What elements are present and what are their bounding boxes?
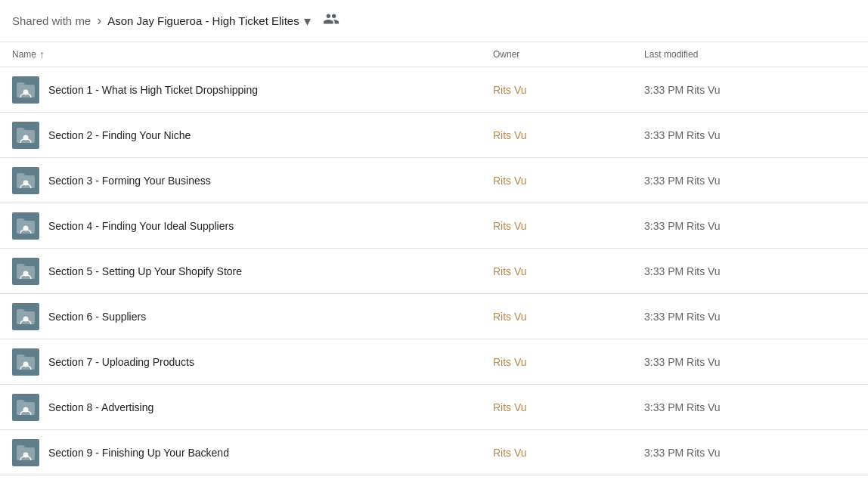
modified-by: Rits Vu: [687, 311, 721, 323]
breadcrumb-current-folder[interactable]: Ason Jay Figueroa - High Ticket Elites ▾: [107, 13, 310, 29]
breadcrumb-separator: ›: [97, 13, 101, 29]
breadcrumb-bar: Shared with me › Ason Jay Figueroa - Hig…: [0, 0, 868, 42]
file-name: Section 7 - Uploading Products: [48, 356, 194, 368]
file-modified: 3:33 PM Rits Vu: [644, 311, 856, 323]
modified-by: Rits Vu: [687, 129, 721, 141]
file-name: Section 6 - Suppliers: [48, 311, 146, 323]
file-name-cell: Section 4 - Finding Your Ideal Suppliers: [12, 212, 493, 240]
file-modified: 3:33 PM Rits Vu: [644, 447, 856, 459]
column-modified-header: Last modified: [644, 49, 856, 60]
file-owner: Rits Vu: [493, 311, 644, 323]
breadcrumb-shared-with-me[interactable]: Shared with me: [12, 14, 91, 27]
file-name-cell: Section 8 - Advertising: [12, 394, 493, 421]
file-name-cell: Section 9 - Finishing Up Your Backend: [12, 439, 493, 466]
table-row[interactable]: Section 9 - Finishing Up Your Backend Ri…: [0, 430, 868, 475]
file-modified: 3:33 PM Rits Vu: [644, 356, 856, 368]
file-list: Section 1 - What is High Ticket Dropship…: [0, 67, 868, 475]
shared-folder-icon: [12, 258, 39, 285]
file-owner: Rits Vu: [493, 175, 644, 187]
modified-by: Rits Vu: [687, 175, 721, 187]
file-name-cell: Section 7 - Uploading Products: [12, 348, 493, 376]
table-row[interactable]: Section 3 - Forming Your Business Rits V…: [0, 158, 868, 203]
shared-folder-icon: [12, 303, 39, 330]
file-name: Section 1 - What is High Ticket Dropship…: [48, 84, 258, 96]
file-modified: 3:33 PM Rits Vu: [644, 129, 856, 141]
file-modified: 3:33 PM Rits Vu: [644, 175, 856, 187]
column-owner-header: Owner: [493, 49, 644, 60]
file-name-cell: Section 5 - Setting Up Your Shopify Stor…: [12, 258, 493, 285]
table-row[interactable]: Section 5 - Setting Up Your Shopify Stor…: [0, 249, 868, 294]
breadcrumb-folder-name: Ason Jay Figueroa - High Ticket Elites: [107, 14, 299, 27]
people-icon[interactable]: [323, 11, 339, 31]
sort-arrow-icon: ↑: [39, 48, 45, 60]
column-name-header[interactable]: Name ↑: [12, 48, 493, 60]
table-row[interactable]: Section 1 - What is High Ticket Dropship…: [0, 67, 868, 113]
modified-by: Rits Vu: [687, 220, 721, 232]
file-owner: Rits Vu: [493, 356, 644, 368]
file-name-cell: Section 3 - Forming Your Business: [12, 167, 493, 194]
file-owner: Rits Vu: [493, 220, 644, 232]
file-owner: Rits Vu: [493, 265, 644, 277]
chevron-down-icon: ▾: [304, 13, 311, 29]
table-row[interactable]: Section 8 - Advertising Rits Vu 3:33 PM …: [0, 385, 868, 430]
file-name: Section 3 - Forming Your Business: [48, 175, 211, 187]
modified-by: Rits Vu: [687, 84, 721, 96]
file-name-cell: Section 6 - Suppliers: [12, 303, 493, 330]
file-modified: 3:33 PM Rits Vu: [644, 401, 856, 413]
file-name: Section 2 - Finding Your Niche: [48, 129, 191, 141]
file-name: Section 5 - Setting Up Your Shopify Stor…: [48, 265, 242, 277]
file-owner: Rits Vu: [493, 401, 644, 413]
file-modified: 3:33 PM Rits Vu: [644, 220, 856, 232]
modified-by: Rits Vu: [687, 265, 721, 277]
shared-folder-icon: [12, 167, 39, 194]
file-name: Section 9 - Finishing Up Your Backend: [48, 447, 229, 459]
shared-folder-icon: [12, 122, 39, 149]
file-owner: Rits Vu: [493, 84, 644, 96]
modified-by: Rits Vu: [687, 356, 721, 368]
table-row[interactable]: Section 7 - Uploading Products Rits Vu 3…: [0, 339, 868, 385]
file-name-cell: Section 1 - What is High Ticket Dropship…: [12, 76, 493, 104]
shared-folder-icon: [12, 394, 39, 421]
table-header: Name ↑ Owner Last modified: [0, 42, 868, 67]
modified-by: Rits Vu: [687, 401, 721, 413]
table-row[interactable]: Section 2 - Finding Your Niche Rits Vu 3…: [0, 113, 868, 158]
file-name: Section 4 - Finding Your Ideal Suppliers: [48, 220, 234, 232]
modified-by: Rits Vu: [687, 447, 721, 459]
shared-folder-icon: [12, 439, 39, 466]
file-modified: 3:33 PM Rits Vu: [644, 265, 856, 277]
shared-folder-icon: [12, 212, 39, 240]
table-row[interactable]: Section 6 - Suppliers Rits Vu 3:33 PM Ri…: [0, 294, 868, 339]
file-name: Section 8 - Advertising: [48, 401, 153, 413]
file-modified: 3:33 PM Rits Vu: [644, 84, 856, 96]
file-name-cell: Section 2 - Finding Your Niche: [12, 122, 493, 149]
shared-folder-icon: [12, 76, 39, 104]
shared-folder-icon: [12, 348, 39, 376]
table-row[interactable]: Section 4 - Finding Your Ideal Suppliers…: [0, 203, 868, 249]
file-owner: Rits Vu: [493, 447, 644, 459]
file-owner: Rits Vu: [493, 129, 644, 141]
